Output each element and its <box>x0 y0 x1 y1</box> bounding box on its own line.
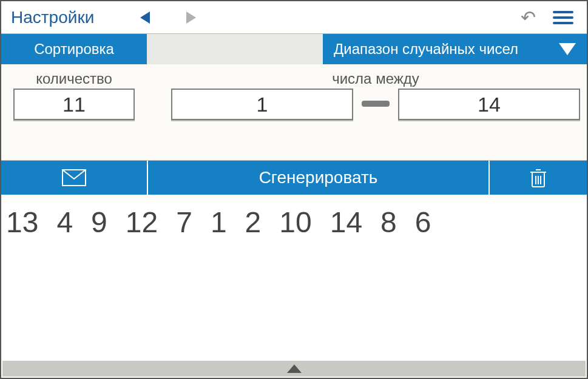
result-number: 10 <box>279 206 311 239</box>
between-group: числа между 1 14 <box>171 70 580 120</box>
inputs-panel: количество 11 числа между 1 14 <box>1 64 587 161</box>
nav-next-icon <box>186 12 196 24</box>
mail-icon <box>62 169 86 186</box>
delete-button[interactable] <box>490 161 587 195</box>
settings-button[interactable]: Настройки <box>1 8 104 27</box>
to-input[interactable]: 14 <box>398 89 580 120</box>
mail-button[interactable] <box>1 161 147 195</box>
trash-icon <box>530 167 547 188</box>
result-number: 13 <box>6 206 38 239</box>
tab-spacer <box>147 34 323 64</box>
tab-sort[interactable]: Сортировка <box>1 34 147 64</box>
between-row: 1 14 <box>171 89 580 120</box>
bottom-handle[interactable] <box>2 361 586 377</box>
tab-row: Сортировка Диапазон случайных чисел <box>1 34 587 64</box>
count-label: количество <box>36 70 112 87</box>
result-number: 7 <box>176 206 192 239</box>
topbar: Настройки ↶ <box>1 1 587 34</box>
topbar-right: ↶ <box>521 7 587 28</box>
undo-icon[interactable]: ↶ <box>521 7 536 28</box>
dropdown-icon[interactable] <box>559 43 576 55</box>
expand-up-icon <box>287 364 302 373</box>
result-number: 6 <box>415 206 431 239</box>
result-number: 12 <box>126 206 158 239</box>
between-label: числа между <box>332 70 419 87</box>
tab-range-label: Диапазон случайных чисел <box>334 41 518 58</box>
action-bar: Сгенерировать <box>1 161 587 195</box>
tab-range[interactable]: Диапазон случайных чисел <box>323 34 587 64</box>
range-dash-icon <box>362 101 390 107</box>
count-group: количество 11 <box>13 70 135 120</box>
results-row: 134912712101486 <box>1 195 587 250</box>
count-input[interactable]: 11 <box>13 89 135 120</box>
result-number: 2 <box>245 206 262 239</box>
result-number: 9 <box>91 206 107 239</box>
nav-arrows <box>104 12 196 24</box>
menu-icon[interactable] <box>553 11 573 24</box>
nav-prev-icon[interactable] <box>140 12 150 24</box>
from-input[interactable]: 1 <box>171 89 353 120</box>
result-number: 4 <box>56 206 73 239</box>
result-number: 1 <box>211 206 227 239</box>
generate-button[interactable]: Сгенерировать <box>147 161 490 195</box>
result-number: 14 <box>330 206 362 239</box>
result-number: 8 <box>380 206 397 239</box>
